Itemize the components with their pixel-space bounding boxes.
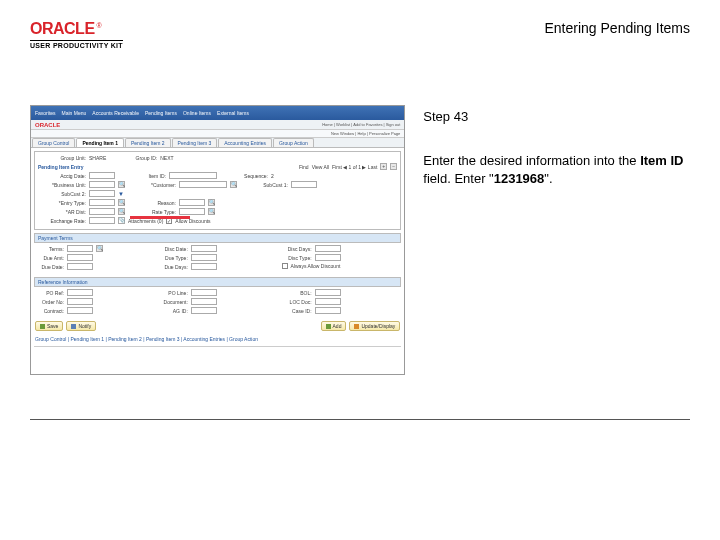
lookup-icon: 🔍 [118, 208, 125, 215]
logo-divider [30, 40, 123, 41]
content-area: Favorites Main Menu Accounts Receivable … [0, 55, 720, 375]
lbl-agid: AG ID: [158, 308, 188, 314]
inp-acctg-date [89, 172, 115, 179]
inp-item-id [169, 172, 217, 179]
nav-ar: Accounts Receivable [92, 110, 139, 116]
checkbox-icon [282, 263, 288, 269]
expand-arrow-icon: ▼ [118, 191, 124, 197]
lbl-reason: Reason: [128, 200, 176, 206]
inp-exch-rate [89, 217, 115, 224]
inp [315, 307, 341, 314]
page-header: ORACLE ® USER PRODUCTIVITY KIT Entering … [0, 0, 720, 55]
inp-subcust1 [291, 181, 317, 188]
field-name: Item ID [640, 153, 683, 168]
step-number: Step 43 [423, 109, 690, 124]
footer-divider [34, 346, 401, 347]
lbl-customer: *Customer: [128, 182, 176, 188]
inp [315, 245, 341, 252]
notify-label: Notify [78, 323, 91, 329]
inp [191, 307, 217, 314]
lbl-group-id: Group ID: [109, 155, 157, 161]
text-mid: field. Enter " [423, 171, 493, 186]
lookup-icon: 🔍 [208, 208, 215, 215]
lbl-poline: PO Line: [158, 290, 188, 296]
val-sequence: 2 [271, 173, 274, 179]
lbl-rate-type: Rate Type: [128, 209, 176, 215]
app-subbar: New Window | Help | Personalize Page [31, 130, 404, 138]
update-icon [354, 324, 359, 329]
inp-subcust2 [89, 190, 115, 197]
field-value: 1231968 [494, 171, 545, 186]
brand-block: ORACLE ® USER PRODUCTIVITY KIT [30, 20, 123, 49]
inp-entry-type [89, 199, 115, 206]
oracle-logo: ORACLE ® [30, 20, 102, 38]
notify-icon [71, 324, 76, 329]
lookup-icon: 🔍 [230, 181, 237, 188]
lbl-always-disc: Always Allow Discount [291, 263, 341, 269]
app-brandbar: ORACLE Home | Worklist | Add to Favorite… [31, 120, 404, 130]
lbl-due-days: Due Days: [158, 264, 188, 270]
reference-head: Reference Information [34, 277, 401, 287]
lbl-exch-rate: Exchange Rate: [38, 218, 86, 224]
tab-pending-item-2: Pending Item 2 [125, 138, 171, 147]
lbl-disc-date: Disc Date: [158, 246, 188, 252]
find-link: Find [299, 164, 309, 170]
update-button: Update/Display [349, 321, 400, 331]
brand-text: ORACLE [30, 20, 95, 38]
val-group-id: NEXT [160, 155, 173, 161]
save-button: Save [35, 321, 63, 331]
save-label: Save [47, 323, 58, 329]
inp [191, 298, 217, 305]
lbl-disc-days: Disc Days: [282, 246, 312, 252]
app-rightlinks: Home | Worklist | Add to Favorites | Sig… [322, 122, 400, 127]
lbl-due-amt: Due Amt: [34, 255, 64, 261]
subbar-links: New Window | Help | Personalize Page [331, 131, 400, 136]
reference-body: PO Ref: Order No: Contract: PO Line: Doc… [31, 287, 404, 318]
registered-mark: ® [97, 22, 102, 29]
lbl-subcust2: SubCust 2: [38, 191, 86, 197]
payment-terms-head: Payment Terms [34, 233, 401, 243]
lbl-bu: *Business Unit: [38, 182, 86, 188]
inp [67, 254, 93, 261]
inp [67, 298, 93, 305]
inp [315, 298, 341, 305]
lbl-bol: BOL: [282, 290, 312, 296]
update-label: Update/Display [361, 323, 395, 329]
lbl-caseid: Case ID: [282, 308, 312, 314]
lbl-due-type: Due Type: [158, 255, 188, 261]
lbl-group-unit: Group Unit: [38, 155, 86, 161]
notify-button: Notify [66, 321, 96, 331]
inp-ardist [89, 208, 115, 215]
add-label: Add [333, 323, 342, 329]
inp [67, 289, 93, 296]
inp [315, 289, 341, 296]
tab-pending-item-1: Pending Item 1 [76, 138, 124, 147]
lookup-icon: 🔍 [96, 245, 103, 252]
lbl-order: Order No: [34, 299, 64, 305]
lbl-item-id: Item ID: [118, 173, 166, 179]
nav-favorites: Favorites [35, 110, 56, 116]
add-icon [326, 324, 331, 329]
lookup-icon: 🔍 [118, 181, 125, 188]
val-group-unit: SHARE [89, 155, 106, 161]
nav-external: External Items [217, 110, 249, 116]
app-topbar: Favorites Main Menu Accounts Receivable … [31, 106, 404, 120]
pending-item-section: Group Unit: SHARE Group ID: NEXT Pending… [34, 151, 401, 230]
button-bar: Save Notify Add Update/Display [31, 318, 404, 334]
inp [67, 245, 93, 252]
lbl-disc-type: Disc Type: [282, 255, 312, 261]
tab-accounting-entries: Accounting Entries [218, 138, 272, 147]
inp [191, 254, 217, 261]
lbl-ardist: *AR Dist: [38, 209, 86, 215]
mini-oracle-logo: ORACLE [35, 122, 60, 128]
lbl-acctg-date: Acctg Date: [38, 173, 86, 179]
lbl-poref: PO Ref: [34, 290, 64, 296]
text-prefix: Enter the desired information into the [423, 153, 640, 168]
lbl-doc: Document: [158, 299, 188, 305]
tab-group-action: Group Action [273, 138, 314, 147]
inp [191, 289, 217, 296]
lbl-sequence: Sequence: [220, 173, 268, 179]
tab-pending-item-3: Pending Item 3 [172, 138, 218, 147]
add-button: Add [321, 321, 347, 331]
viewall-link: View All [312, 164, 329, 170]
